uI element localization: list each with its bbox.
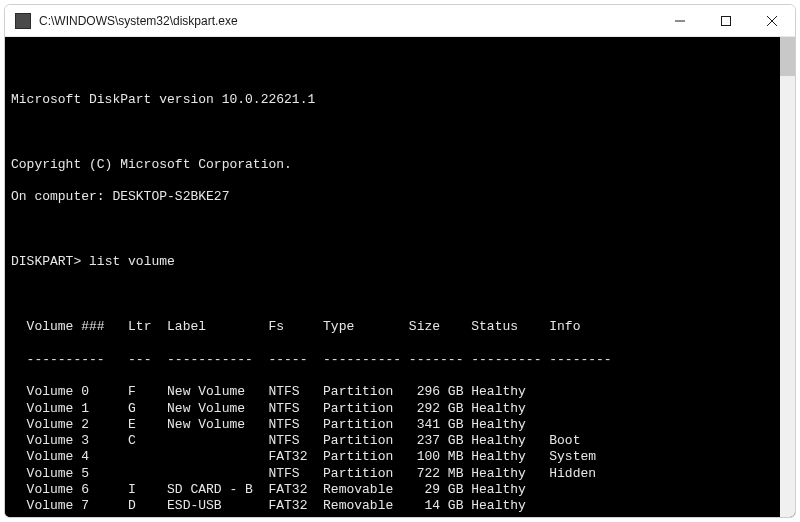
table-row: Volume 3 CNTFSPartition 237 GB HealthyBo…: [11, 433, 780, 449]
window-title: C:\WINDOWS\system32\diskpart.exe: [39, 14, 238, 28]
table-row: Volume 2 ENew VolumeNTFSPartition 341 GB…: [11, 417, 780, 433]
terminal-area: Microsoft DiskPart version 10.0.22621.1 …: [5, 37, 795, 518]
table-row: Volume 4 FAT32Partition 100 MB HealthySy…: [11, 449, 780, 465]
table-header: Volume ### LtrLabelFsTypeSizeStatusInfo: [11, 319, 780, 335]
table-row: Volume 6 ISD CARD - BFAT32Removable 29 G…: [11, 482, 780, 498]
vertical-scrollbar[interactable]: [780, 37, 795, 518]
table-row: Volume 7 DESD-USBFAT32Removable 14 GB He…: [11, 498, 780, 514]
copyright-line: Copyright (C) Microsoft Corporation.: [11, 157, 780, 173]
app-window: C:\WINDOWS\system32\diskpart.exe Microso…: [4, 4, 796, 518]
app-icon: [15, 13, 31, 29]
scrollbar-track[interactable]: [780, 76, 795, 518]
table-row: Volume 5 NTFSPartition 722 MB HealthyHid…: [11, 466, 780, 482]
table-row: Volume 0 FNew VolumeNTFSPartition 296 GB…: [11, 384, 780, 400]
maximize-button[interactable]: [703, 5, 749, 37]
computer-line: On computer: DESKTOP-S2BKE27: [11, 189, 780, 205]
titlebar[interactable]: C:\WINDOWS\system32\diskpart.exe: [5, 5, 795, 37]
table-divider: ---------- -----------------------------…: [11, 352, 780, 368]
close-button[interactable]: [749, 5, 795, 37]
prompt-line-1: DISKPART> list volume: [11, 254, 780, 270]
minimize-button[interactable]: [657, 5, 703, 37]
version-line: Microsoft DiskPart version 10.0.22621.1: [11, 92, 780, 108]
svg-rect-1: [722, 16, 731, 25]
terminal-output[interactable]: Microsoft DiskPart version 10.0.22621.1 …: [5, 37, 780, 518]
command-1: list volume: [89, 254, 175, 269]
table-row: Volume 1 GNew VolumeNTFSPartition 292 GB…: [11, 401, 780, 417]
scrollbar-thumb[interactable]: [780, 37, 795, 76]
